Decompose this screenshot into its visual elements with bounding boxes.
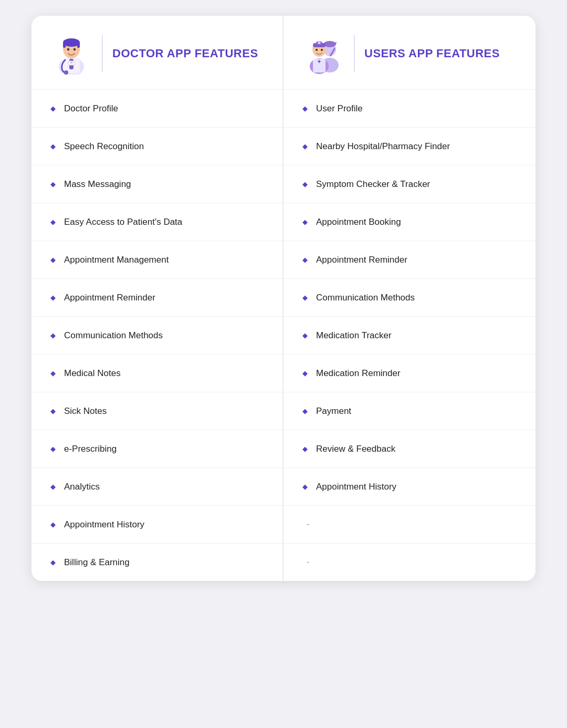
feature-label: Review & Feedback: [316, 444, 395, 454]
feature-label: Analytics: [64, 482, 100, 492]
feature-label: e-Prescribing: [64, 444, 117, 454]
users-header: USERS APP FEATURES: [284, 16, 536, 89]
diamond-icon: ◆: [302, 142, 308, 150]
svg-rect-5: [63, 43, 66, 48]
svg-point-26: [321, 49, 323, 51]
users-features-list: ◆User Profile◆Nearby Hospital/Pharmacy F…: [284, 89, 536, 581]
feature-label: Appointment Reminder: [316, 255, 407, 265]
diamond-icon: ◆: [302, 331, 308, 339]
diamond-icon: ◆: [50, 105, 56, 112]
columns-container: DOCTOR APP FEATURES ◆Doctor Profile◆Spee…: [32, 16, 536, 581]
doctor-header-divider: [102, 35, 103, 72]
dash-indicator: -: [302, 519, 310, 530]
svg-point-7: [67, 48, 69, 50]
list-item: ◆Medical Notes: [32, 354, 282, 392]
list-item: ◆e-Prescribing: [32, 430, 282, 467]
diamond-icon: ◆: [302, 294, 308, 301]
diamond-icon: ◆: [50, 521, 56, 528]
list-item: ◆Appointment History: [32, 505, 282, 543]
diamond-icon: ◆: [302, 105, 308, 112]
list-item: ◆Review & Feedback: [284, 430, 536, 467]
dash-indicator: -: [302, 557, 310, 568]
feature-label: Appointment History: [64, 519, 144, 530]
diamond-icon: ◆: [302, 218, 308, 226]
feature-label: Medical Notes: [64, 368, 121, 379]
main-card: DOCTOR APP FEATURES ◆Doctor Profile◆Spee…: [32, 16, 536, 581]
list-item: ◆Symptom Checker & Tracker: [284, 165, 536, 203]
svg-rect-11: [70, 62, 73, 63]
svg-rect-24: [319, 42, 320, 45]
diamond-icon: ◆: [50, 218, 56, 226]
list-item: ◆Appointment Booking: [284, 203, 536, 241]
list-item: ◆Analytics: [32, 467, 282, 505]
svg-rect-19: [319, 60, 320, 63]
feature-label: Communication Methods: [316, 293, 415, 303]
users-column-title: USERS APP FEATURES: [364, 47, 500, 60]
diamond-icon: ◆: [50, 331, 56, 339]
feature-label: Sick Notes: [64, 406, 107, 417]
diamond-icon: ◆: [50, 558, 56, 566]
diamond-icon: ◆: [50, 407, 56, 415]
feature-label: Payment: [316, 406, 351, 417]
feature-label: Speech Recognition: [64, 141, 144, 152]
list-item: ◆Doctor Profile: [32, 89, 282, 127]
feature-label: Communication Methods: [64, 330, 163, 341]
list-item: ◆Payment: [284, 392, 536, 430]
feature-label: User Profile: [316, 103, 363, 114]
diamond-icon: ◆: [50, 294, 56, 301]
feature-label: Nearby Hospital/Pharmacy Finder: [316, 141, 450, 152]
diamond-icon: ◆: [302, 256, 308, 264]
diamond-icon: ◆: [302, 180, 308, 188]
feature-label: Appointment Management: [64, 255, 169, 265]
svg-point-25: [316, 49, 318, 51]
users-column: USERS APP FEATURES ◆User Profile◆Nearby …: [284, 16, 536, 581]
list-item: ◆Billing & Earning: [32, 543, 282, 581]
diamond-icon: ◆: [50, 369, 56, 377]
list-item: ◆Medication Reminder: [284, 354, 536, 392]
list-item: ◆Mass Messaging: [32, 165, 282, 203]
diamond-icon: ◆: [50, 445, 56, 453]
diamond-icon: ◆: [302, 369, 308, 377]
list-item: ◆Speech Recognition: [32, 127, 282, 165]
feature-label: Symptom Checker & Tracker: [316, 179, 430, 190]
svg-point-9: [64, 70, 68, 75]
feature-label: Appointment History: [316, 482, 396, 492]
svg-rect-10: [68, 61, 75, 65]
doctor-features-list: ◆Doctor Profile◆Speech Recognition◆Mass …: [32, 89, 282, 581]
doctor-avatar-icon: [50, 33, 92, 75]
feature-label: Medication Tracker: [316, 330, 392, 341]
list-item: ◆Easy Access to Patient's Data: [32, 203, 282, 241]
list-item: ◆Appointment Reminder: [284, 241, 536, 278]
feature-label: Appointment Booking: [316, 217, 401, 227]
svg-rect-6: [77, 43, 80, 48]
diamond-icon: ◆: [302, 407, 308, 415]
list-item: ◆Appointment Management: [32, 241, 282, 278]
diamond-icon: ◆: [50, 256, 56, 264]
diamond-icon: ◆: [302, 483, 308, 491]
users-header-divider: [354, 35, 355, 72]
svg-point-8: [74, 48, 76, 50]
doctor-column: DOCTOR APP FEATURES ◆Doctor Profile◆Spee…: [32, 16, 284, 581]
feature-label: Appointment Reminder: [64, 293, 155, 303]
doctor-column-title: DOCTOR APP FEATURES: [112, 47, 258, 60]
diamond-icon: ◆: [302, 445, 308, 453]
list-item: ◆Medication Tracker: [284, 316, 536, 354]
list-item: ◆Appointment Reminder: [32, 278, 282, 316]
list-item: -: [284, 505, 536, 543]
feature-label: Billing & Earning: [64, 557, 130, 568]
list-item: ◆User Profile: [284, 89, 536, 127]
diamond-icon: ◆: [50, 180, 56, 188]
list-item: ◆Nearby Hospital/Pharmacy Finder: [284, 127, 536, 165]
list-item: ◆Communication Methods: [284, 278, 536, 316]
feature-label: Doctor Profile: [64, 103, 118, 114]
list-item: ◆Communication Methods: [32, 316, 282, 354]
svg-rect-12: [70, 64, 73, 65]
user-avatar-icon: [302, 33, 344, 75]
feature-label: Easy Access to Patient's Data: [64, 217, 182, 227]
diamond-icon: ◆: [50, 142, 56, 150]
list-item: -: [284, 543, 536, 581]
list-item: ◆Sick Notes: [32, 392, 282, 430]
feature-label: Mass Messaging: [64, 179, 131, 190]
doctor-header: DOCTOR APP FEATURES: [32, 16, 282, 89]
list-item: ◆Appointment History: [284, 467, 536, 505]
